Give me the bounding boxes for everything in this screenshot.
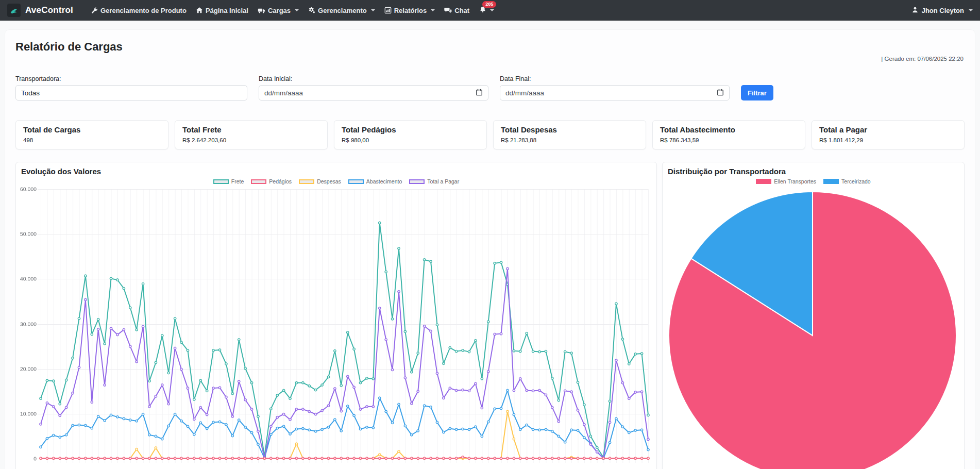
pie-chart-canvas bbox=[666, 185, 962, 469]
transportadora-field: Transportadora: Todas bbox=[15, 75, 247, 100]
summary-cards-row: Total de Cargas 498 Total Frete R$ 2.642… bbox=[15, 120, 965, 149]
card-total-pedagios: Total Pedágios R$ 980,00 bbox=[334, 120, 487, 149]
home-icon bbox=[196, 7, 203, 14]
total-a-pagar-swatch-icon bbox=[409, 179, 425, 184]
legend-total-a-pagar[interactable]: Total a Pagar bbox=[409, 178, 459, 185]
gears-icon bbox=[308, 7, 315, 14]
legend-ellen-transportes[interactable]: Ellen Transportes bbox=[756, 178, 816, 185]
legend-terceirizado[interactable]: Terceirizado bbox=[823, 178, 871, 185]
line-chart-legend: Frete Pedágios Despesas Abastecimento To… bbox=[19, 178, 653, 185]
line-chart-title: Evolução dos Valores bbox=[19, 166, 653, 177]
pie-chart-title: Distribuição por Transportadora bbox=[666, 166, 961, 177]
data-final-field: Data Final: dd/mm/aaaa bbox=[500, 75, 730, 100]
nav-chat[interactable]: Chat bbox=[440, 0, 474, 21]
main-panel: Relatório de Cargas | Gerado em: 07/06/2… bbox=[5, 30, 975, 469]
chat-icon bbox=[444, 7, 452, 14]
nav-relatorios[interactable]: Relatórios bbox=[380, 0, 440, 21]
data-final-input[interactable]: dd/mm/aaaa bbox=[500, 85, 730, 100]
card-total-a-pagar: Total a Pagar R$ 1.801.412,29 bbox=[812, 120, 965, 149]
line-chart-canvas bbox=[19, 185, 654, 469]
top-navbar: AveControl Gerenciamento de Produto Pági… bbox=[0, 0, 980, 21]
chevron-down-icon bbox=[490, 9, 494, 11]
data-final-label: Data Final: bbox=[500, 75, 730, 82]
pie-chart-card: Distribuição por Transportadora Ellen Tr… bbox=[662, 162, 965, 469]
chevron-down-icon bbox=[295, 9, 299, 11]
calendar-icon[interactable] bbox=[717, 89, 724, 97]
wrench-icon bbox=[91, 7, 98, 14]
card-total-de-cargas: Total de Cargas 498 bbox=[15, 120, 168, 149]
nav-pagina-inicial[interactable]: Página Inicial bbox=[191, 0, 253, 21]
filtrar-button[interactable]: Filtrar bbox=[741, 85, 773, 100]
legend-frete[interactable]: Frete bbox=[213, 178, 244, 185]
brand[interactable]: AveControl bbox=[7, 4, 73, 17]
user-menu[interactable]: Jhon Cleyton bbox=[911, 6, 973, 15]
truck-icon bbox=[258, 7, 265, 14]
transportadora-label: Transportadora: bbox=[15, 75, 247, 82]
legend-despesas[interactable]: Despesas bbox=[299, 178, 341, 185]
terceirizado-swatch-icon bbox=[823, 179, 839, 184]
legend-pedagios[interactable]: Pedágios bbox=[251, 178, 292, 185]
user-name: Jhon Cleyton bbox=[922, 7, 964, 14]
page-header: Relatório de Cargas | Gerado em: 07/06/2… bbox=[15, 30, 965, 68]
nav-cargas[interactable]: Cargas bbox=[253, 0, 303, 21]
data-inicial-field: Data Inicial: dd/mm/aaaa bbox=[259, 75, 488, 100]
pedagios-swatch-icon bbox=[251, 179, 266, 184]
page-title: Relatório de Cargas bbox=[15, 40, 123, 54]
filters-bar: Transportadora: Todas Data Inicial: dd/m… bbox=[15, 75, 965, 100]
abastecimento-swatch-icon bbox=[348, 179, 364, 184]
notification-count-badge: 205 bbox=[482, 1, 496, 8]
chevron-down-icon bbox=[431, 9, 435, 11]
legend-abastecimento[interactable]: Abastecimento bbox=[348, 178, 402, 185]
charts-row: Evolução dos Valores Frete Pedágios Desp… bbox=[15, 162, 965, 469]
nav-gerenciamento[interactable]: Gerenciamento bbox=[303, 0, 380, 21]
calendar-icon[interactable] bbox=[476, 89, 483, 97]
chevron-down-icon bbox=[969, 9, 973, 11]
line-chart-card: Evolução dos Valores Frete Pedágios Desp… bbox=[15, 162, 657, 469]
brand-name: AveControl bbox=[25, 5, 73, 15]
data-inicial-input[interactable]: dd/mm/aaaa bbox=[259, 85, 488, 100]
pie-chart-legend: Ellen Transportes Terceirizado bbox=[666, 178, 961, 185]
user-icon bbox=[911, 6, 919, 15]
card-total-frete: Total Frete R$ 2.642.203,60 bbox=[175, 120, 328, 149]
card-total-abastecimento: Total Abastecimento R$ 786.343,59 bbox=[652, 120, 805, 149]
notifications-bell[interactable]: 205 bbox=[474, 0, 499, 21]
report-icon bbox=[384, 7, 392, 14]
ellen-transportes-swatch-icon bbox=[756, 179, 771, 184]
card-total-despesas: Total Despesas R$ 21.283,88 bbox=[493, 120, 646, 149]
despesas-swatch-icon bbox=[299, 179, 314, 184]
data-inicial-label: Data Inicial: bbox=[259, 75, 488, 82]
transportadora-select[interactable]: Todas bbox=[15, 85, 247, 100]
generated-at-text: | Gerado em: 07/06/2025 22:20 bbox=[881, 56, 964, 62]
frete-swatch-icon bbox=[213, 179, 229, 184]
nav-gerenciamento-de-produto[interactable]: Gerenciamento de Produto bbox=[87, 0, 191, 21]
app-logo-icon bbox=[7, 4, 21, 17]
chevron-down-icon bbox=[371, 9, 375, 11]
